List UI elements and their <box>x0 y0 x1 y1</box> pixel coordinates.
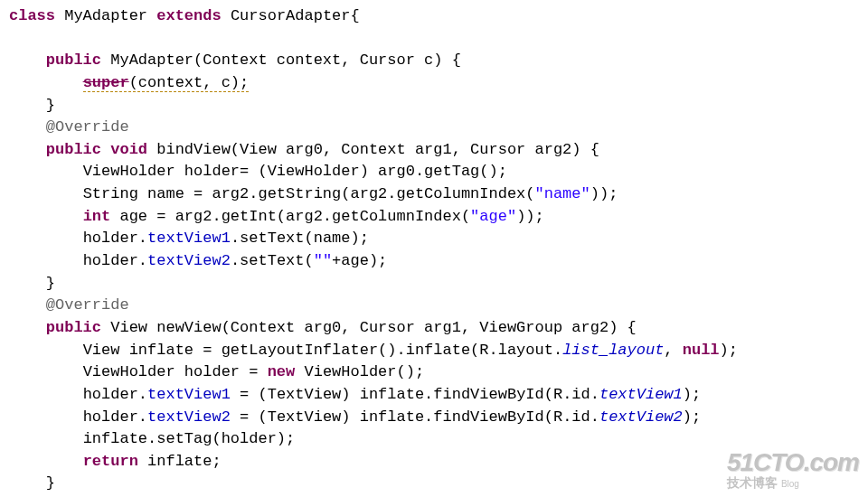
class-name: MyAdapter <box>64 7 147 24</box>
field-ref: textView1 <box>147 386 231 403</box>
watermark-site: 51CTO.com <box>727 450 859 475</box>
field-ref: textView1 <box>147 230 231 247</box>
field-ref: textView2 <box>147 408 231 426</box>
resource-ref: list_layout <box>562 342 664 359</box>
code-editor: class MyAdapter extends CursorAdapter{ p… <box>9 5 868 497</box>
ctor-sig: MyAdapter(Context context, Cursor c) { <box>110 52 461 69</box>
bindview-sig: bindView(View arg0, Context arg1, Cursor… <box>156 141 599 158</box>
watermark: 51CTO.com 技术博客Blog <box>727 450 859 492</box>
kw-extends: extends <box>156 7 221 24</box>
resource-ref: textView2 <box>599 408 683 426</box>
string-literal: "age" <box>470 208 516 225</box>
newview-sig: newView(Context arg0, Cursor arg1, ViewG… <box>156 319 637 336</box>
kw-super: super <box>83 74 129 91</box>
string-literal: "name" <box>535 185 590 202</box>
annotation-override: @Override <box>46 296 129 314</box>
field-ref: textView2 <box>147 252 231 269</box>
resource-ref: textView1 <box>599 386 683 403</box>
annotation-override: @Override <box>46 118 129 136</box>
kw-class: class <box>9 7 55 24</box>
deprecated-call: super(context, c); <box>83 74 250 92</box>
watermark-sub: 技术博客Blog <box>727 474 859 492</box>
string-literal: "" <box>314 252 332 269</box>
kw-public: public <box>46 52 101 69</box>
super-type: CursorAdapter <box>231 7 351 24</box>
